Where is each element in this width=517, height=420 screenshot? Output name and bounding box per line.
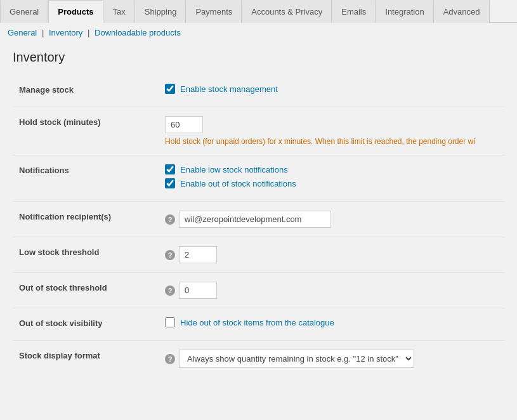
stock-display-format-label: Stock display format xyxy=(13,341,152,377)
notification-recipient-label: Notification recipient(s) xyxy=(13,202,152,237)
manage-stock-checkbox-row: Enable stock management xyxy=(165,84,498,94)
hold-stock-field: Hold stock (for unpaid orders) for x min… xyxy=(152,107,504,155)
content-area: Inventory Manage stock Enable stock mana… xyxy=(0,43,517,390)
hold-stock-input[interactable] xyxy=(165,116,203,133)
notifications-row: Notifications Enable low stock notificat… xyxy=(13,155,504,202)
stock-display-format-select[interactable]: Always show quantity remaining in stock … xyxy=(179,350,414,368)
out-of-stock-notification-checkbox[interactable] xyxy=(165,178,175,188)
low-stock-threshold-field: ? xyxy=(152,237,504,273)
stock-display-format-with-help: ? Always show quantity remaining in stoc… xyxy=(165,350,498,368)
manage-stock-checkbox[interactable] xyxy=(165,84,175,94)
out-of-stock-visibility-checkbox-label[interactable]: Hide out of stock items from the catalog… xyxy=(180,318,334,327)
breadcrumb: General | Inventory | Downloadable produ… xyxy=(0,23,517,43)
low-stock-threshold-label: Low stock threshold xyxy=(13,237,152,273)
tab-advanced[interactable]: Advanced xyxy=(434,0,490,23)
out-of-stock-visibility-row: Out of stock visibility Hide out of stoc… xyxy=(13,308,504,341)
tab-products[interactable]: Products xyxy=(48,0,103,23)
breadcrumb-inventory[interactable]: Inventory xyxy=(49,28,82,37)
settings-table: Manage stock Enable stock management Hol… xyxy=(13,75,504,377)
tab-shipping[interactable]: Shipping xyxy=(135,0,187,23)
low-stock-threshold-with-help: ? xyxy=(165,246,498,263)
out-of-stock-checkbox-row: Enable out of stock notifications xyxy=(165,178,498,188)
hold-stock-row: Hold stock (minutes) Hold stock (for unp… xyxy=(13,107,504,155)
out-of-stock-threshold-with-help: ? xyxy=(165,282,498,299)
out-of-stock-threshold-row: Out of stock threshold ? xyxy=(13,273,504,308)
stock-display-format-row: Stock display format ? Always show quant… xyxy=(13,341,504,377)
notification-recipient-row: Notification recipient(s) ? xyxy=(13,202,504,237)
breadcrumb-general[interactable]: General xyxy=(8,28,37,37)
stock-display-format-help-icon[interactable]: ? xyxy=(165,354,175,364)
tab-integration[interactable]: Integration xyxy=(376,0,433,23)
low-stock-threshold-input[interactable] xyxy=(179,246,217,263)
low-stock-threshold-help-icon[interactable]: ? xyxy=(165,250,175,260)
notifications-label: Notifications xyxy=(13,155,152,202)
out-of-stock-notification-label[interactable]: Enable out of stock notifications xyxy=(180,179,296,188)
notification-recipient-with-help: ? xyxy=(165,211,498,228)
hold-stock-hint: Hold stock (for unpaid orders) for x min… xyxy=(165,137,498,146)
manage-stock-field: Enable stock management xyxy=(152,75,504,107)
manage-stock-checkbox-label[interactable]: Enable stock management xyxy=(180,84,278,94)
tab-tax[interactable]: Tax xyxy=(103,0,135,23)
breadcrumb-sep1: | xyxy=(42,28,44,37)
breadcrumb-downloadable[interactable]: Downloadable products xyxy=(95,28,181,37)
stock-display-format-field: ? Always show quantity remaining in stoc… xyxy=(152,341,504,377)
manage-stock-row: Manage stock Enable stock management xyxy=(13,75,504,107)
page-title: Inventory xyxy=(13,50,504,65)
out-of-stock-threshold-input[interactable] xyxy=(179,282,217,299)
low-stock-notification-label[interactable]: Enable low stock notifications xyxy=(180,165,288,174)
notification-recipient-help-icon[interactable]: ? xyxy=(165,214,175,225)
tab-emails[interactable]: Emails xyxy=(332,0,376,23)
tab-accounts-privacy[interactable]: Accounts & Privacy xyxy=(242,0,332,23)
breadcrumb-sep2: | xyxy=(88,28,89,37)
low-stock-checkbox-row: Enable low stock notifications xyxy=(165,164,498,174)
out-of-stock-visibility-label: Out of stock visibility xyxy=(13,308,152,341)
tab-general[interactable]: General xyxy=(0,0,48,23)
out-of-stock-visibility-checkbox-row: Hide out of stock items from the catalog… xyxy=(165,317,498,327)
notifications-field: Enable low stock notifications Enable ou… xyxy=(152,155,504,202)
notification-recipient-field: ? xyxy=(152,202,504,237)
out-of-stock-visibility-checkbox[interactable] xyxy=(165,317,175,327)
tab-bar: General Products Tax Shipping Payments A… xyxy=(0,0,517,23)
notification-recipient-input[interactable] xyxy=(179,211,331,228)
out-of-stock-threshold-field: ? xyxy=(152,273,504,308)
low-stock-threshold-row: Low stock threshold ? xyxy=(13,237,504,273)
out-of-stock-threshold-help-icon[interactable]: ? xyxy=(165,285,175,296)
out-of-stock-threshold-label: Out of stock threshold xyxy=(13,273,152,308)
out-of-stock-visibility-field: Hide out of stock items from the catalog… xyxy=(152,308,504,341)
hold-stock-label: Hold stock (minutes) xyxy=(13,107,152,155)
manage-stock-label: Manage stock xyxy=(13,75,152,107)
low-stock-notification-checkbox[interactable] xyxy=(165,164,175,174)
tab-payments[interactable]: Payments xyxy=(186,0,242,23)
